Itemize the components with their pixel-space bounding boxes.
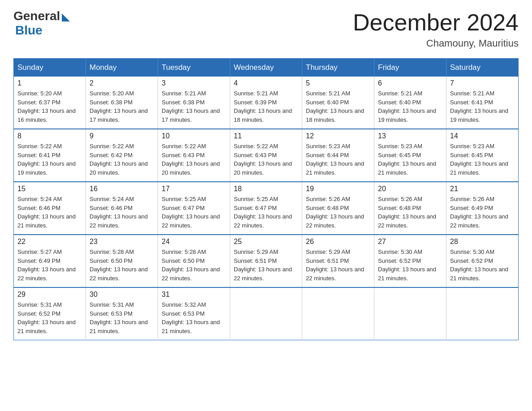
header-wednesday: Wednesday <box>230 59 302 77</box>
day-info: Sunrise: 5:20 AM Sunset: 6:38 PM Dayligh… <box>90 89 154 124</box>
day-info: Sunrise: 5:21 AM Sunset: 6:41 PM Dayligh… <box>450 89 515 124</box>
table-row: 21 Sunrise: 5:26 AM Sunset: 6:49 PM Dayl… <box>446 182 519 235</box>
day-number: 1 <box>17 79 82 87</box>
day-number: 2 <box>90 79 154 87</box>
day-info: Sunrise: 5:24 AM Sunset: 6:46 PM Dayligh… <box>17 195 82 230</box>
day-number: 9 <box>90 132 154 140</box>
day-info: Sunrise: 5:30 AM Sunset: 6:52 PM Dayligh… <box>378 248 442 283</box>
day-info: Sunrise: 5:26 AM Sunset: 6:48 PM Dayligh… <box>306 195 370 230</box>
day-info: Sunrise: 5:28 AM Sunset: 6:50 PM Dayligh… <box>90 248 154 283</box>
day-info: Sunrise: 5:21 AM Sunset: 6:40 PM Dayligh… <box>378 89 442 124</box>
table-row: 31 Sunrise: 5:32 AM Sunset: 6:53 PM Dayl… <box>158 287 230 340</box>
table-row: 7 Sunrise: 5:21 AM Sunset: 6:41 PM Dayli… <box>446 77 519 129</box>
day-info: Sunrise: 5:21 AM Sunset: 6:40 PM Dayligh… <box>306 89 370 124</box>
table-row: 17 Sunrise: 5:25 AM Sunset: 6:47 PM Dayl… <box>158 182 230 235</box>
day-number: 4 <box>234 79 298 87</box>
header-thursday: Thursday <box>302 59 374 77</box>
day-number: 30 <box>90 291 154 299</box>
day-info: Sunrise: 5:22 AM Sunset: 6:41 PM Dayligh… <box>17 142 82 177</box>
header-saturday: Saturday <box>446 59 519 77</box>
table-row: 30 Sunrise: 5:31 AM Sunset: 6:53 PM Dayl… <box>86 287 158 340</box>
day-number: 6 <box>378 79 442 87</box>
day-info: Sunrise: 5:22 AM Sunset: 6:43 PM Dayligh… <box>162 142 226 177</box>
table-row <box>230 287 302 340</box>
table-row: 12 Sunrise: 5:23 AM Sunset: 6:44 PM Dayl… <box>302 129 374 182</box>
calendar-week-row: 15 Sunrise: 5:24 AM Sunset: 6:46 PM Dayl… <box>14 182 519 235</box>
day-number: 25 <box>234 238 298 246</box>
calendar-week-row: 22 Sunrise: 5:27 AM Sunset: 6:49 PM Dayl… <box>14 235 519 287</box>
table-row: 16 Sunrise: 5:24 AM Sunset: 6:46 PM Dayl… <box>86 182 158 235</box>
day-info: Sunrise: 5:22 AM Sunset: 6:43 PM Dayligh… <box>234 142 298 177</box>
day-info: Sunrise: 5:27 AM Sunset: 6:49 PM Dayligh… <box>17 248 82 283</box>
table-row: 11 Sunrise: 5:22 AM Sunset: 6:43 PM Dayl… <box>230 129 302 182</box>
day-info: Sunrise: 5:21 AM Sunset: 6:38 PM Dayligh… <box>162 89 226 124</box>
day-number: 16 <box>90 185 154 193</box>
table-row: 24 Sunrise: 5:28 AM Sunset: 6:50 PM Dayl… <box>158 235 230 287</box>
calendar-week-row: 8 Sunrise: 5:22 AM Sunset: 6:41 PM Dayli… <box>14 129 519 182</box>
table-row: 26 Sunrise: 5:29 AM Sunset: 6:51 PM Dayl… <box>302 235 374 287</box>
table-row: 5 Sunrise: 5:21 AM Sunset: 6:40 PM Dayli… <box>302 77 374 129</box>
table-row: 19 Sunrise: 5:26 AM Sunset: 6:48 PM Dayl… <box>302 182 374 235</box>
day-info: Sunrise: 5:26 AM Sunset: 6:48 PM Dayligh… <box>378 195 442 230</box>
logo-blue-text: Blue <box>15 23 43 38</box>
table-row: 8 Sunrise: 5:22 AM Sunset: 6:41 PM Dayli… <box>14 129 86 182</box>
calendar-header-row: Sunday Monday Tuesday Wednesday Thursday… <box>14 59 519 77</box>
day-number: 28 <box>450 238 515 246</box>
day-number: 24 <box>162 238 226 246</box>
day-info: Sunrise: 5:25 AM Sunset: 6:47 PM Dayligh… <box>162 195 226 230</box>
month-title: December 2024 <box>353 9 519 36</box>
day-info: Sunrise: 5:23 AM Sunset: 6:45 PM Dayligh… <box>450 142 515 177</box>
day-info: Sunrise: 5:26 AM Sunset: 6:49 PM Dayligh… <box>450 195 515 230</box>
day-info: Sunrise: 5:31 AM Sunset: 6:52 PM Dayligh… <box>17 300 82 335</box>
day-number: 22 <box>17 238 82 246</box>
location: Chamouny, Mauritius <box>353 38 519 49</box>
table-row: 25 Sunrise: 5:29 AM Sunset: 6:51 PM Dayl… <box>230 235 302 287</box>
table-row: 14 Sunrise: 5:23 AM Sunset: 6:45 PM Dayl… <box>446 129 519 182</box>
day-info: Sunrise: 5:29 AM Sunset: 6:51 PM Dayligh… <box>306 248 370 283</box>
day-number: 5 <box>306 79 370 87</box>
day-number: 26 <box>306 238 370 246</box>
day-number: 7 <box>450 79 515 87</box>
table-row <box>446 287 519 340</box>
day-info: Sunrise: 5:23 AM Sunset: 6:44 PM Dayligh… <box>306 142 370 177</box>
table-row: 29 Sunrise: 5:31 AM Sunset: 6:52 PM Dayl… <box>14 287 86 340</box>
table-row: 9 Sunrise: 5:22 AM Sunset: 6:42 PM Dayli… <box>86 129 158 182</box>
day-info: Sunrise: 5:32 AM Sunset: 6:53 PM Dayligh… <box>162 300 226 335</box>
day-number: 11 <box>234 132 298 140</box>
day-number: 17 <box>162 185 226 193</box>
day-info: Sunrise: 5:30 AM Sunset: 6:52 PM Dayligh… <box>450 248 515 283</box>
table-row: 28 Sunrise: 5:30 AM Sunset: 6:52 PM Dayl… <box>446 235 519 287</box>
day-info: Sunrise: 5:22 AM Sunset: 6:42 PM Dayligh… <box>90 142 154 177</box>
calendar-table: Sunday Monday Tuesday Wednesday Thursday… <box>13 58 519 340</box>
header-monday: Monday <box>86 59 158 77</box>
day-number: 8 <box>17 132 82 140</box>
table-row: 27 Sunrise: 5:30 AM Sunset: 6:52 PM Dayl… <box>374 235 446 287</box>
day-number: 10 <box>162 132 226 140</box>
table-row: 18 Sunrise: 5:25 AM Sunset: 6:47 PM Dayl… <box>230 182 302 235</box>
day-info: Sunrise: 5:31 AM Sunset: 6:53 PM Dayligh… <box>90 300 154 335</box>
day-number: 29 <box>17 291 82 299</box>
table-row: 6 Sunrise: 5:21 AM Sunset: 6:40 PM Dayli… <box>374 77 446 129</box>
table-row <box>302 287 374 340</box>
header-tuesday: Tuesday <box>158 59 230 77</box>
logo-arrow-icon <box>62 13 70 21</box>
day-number: 3 <box>162 79 226 87</box>
day-number: 14 <box>450 132 515 140</box>
day-number: 15 <box>17 185 82 193</box>
day-info: Sunrise: 5:29 AM Sunset: 6:51 PM Dayligh… <box>234 248 298 283</box>
logo: General Blue <box>13 9 70 38</box>
table-row: 15 Sunrise: 5:24 AM Sunset: 6:46 PM Dayl… <box>14 182 86 235</box>
day-number: 20 <box>378 185 442 193</box>
table-row: 2 Sunrise: 5:20 AM Sunset: 6:38 PM Dayli… <box>86 77 158 129</box>
day-number: 19 <box>306 185 370 193</box>
day-number: 13 <box>378 132 442 140</box>
title-section: December 2024 Chamouny, Mauritius <box>353 9 519 49</box>
day-number: 18 <box>234 185 298 193</box>
logo-general-text: General <box>13 9 60 23</box>
day-info: Sunrise: 5:23 AM Sunset: 6:45 PM Dayligh… <box>378 142 442 177</box>
table-row: 22 Sunrise: 5:27 AM Sunset: 6:49 PM Dayl… <box>14 235 86 287</box>
table-row: 20 Sunrise: 5:26 AM Sunset: 6:48 PM Dayl… <box>374 182 446 235</box>
table-row: 4 Sunrise: 5:21 AM Sunset: 6:39 PM Dayli… <box>230 77 302 129</box>
day-info: Sunrise: 5:28 AM Sunset: 6:50 PM Dayligh… <box>162 248 226 283</box>
calendar-week-row: 1 Sunrise: 5:20 AM Sunset: 6:37 PM Dayli… <box>14 77 519 129</box>
